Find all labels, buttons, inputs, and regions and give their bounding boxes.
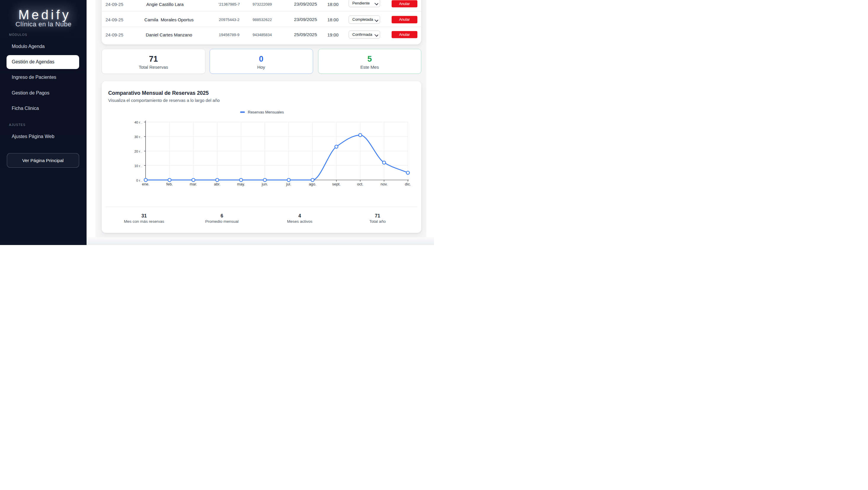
svg-text:feb.: feb.	[166, 182, 173, 186]
svg-text:mar.: mar.	[189, 182, 197, 186]
svg-text:jun.: jun.	[261, 182, 268, 186]
svg-text:abr.: abr.	[214, 182, 220, 186]
svg-text:0 r…: 0 r…	[136, 178, 142, 182]
svg-text:jul.: jul.	[286, 182, 291, 186]
svg-text:10 r…: 10 r…	[134, 164, 143, 168]
svg-text:dic.: dic.	[405, 182, 410, 186]
svg-text:sept.: sept.	[332, 182, 340, 186]
svg-text:20 r…: 20 r…	[134, 150, 143, 153]
svg-text:may.: may.	[237, 182, 245, 186]
svg-text:ago.: ago.	[309, 182, 316, 186]
svg-text:nov.: nov.	[380, 182, 388, 186]
svg-text:30 r…: 30 r…	[134, 135, 143, 139]
svg-text:40 r…: 40 r…	[134, 121, 143, 124]
svg-text:oct.: oct.	[357, 182, 363, 186]
svg-text:ene.: ene.	[142, 182, 149, 186]
